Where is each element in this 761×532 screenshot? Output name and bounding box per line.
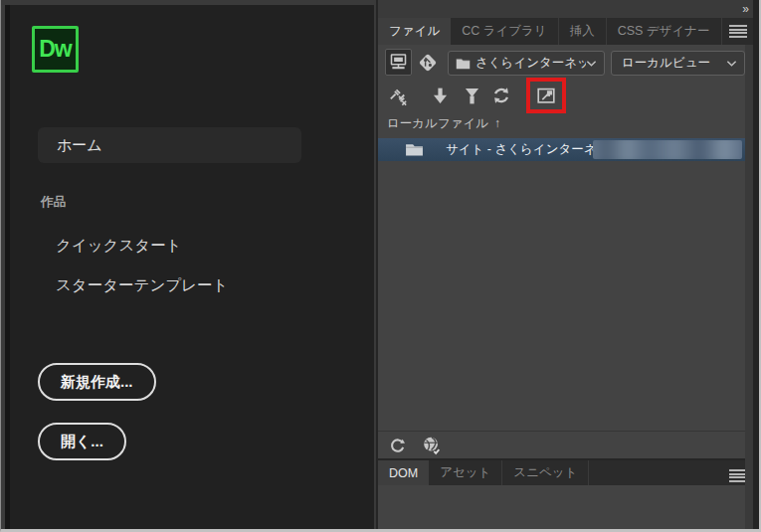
files-panel-tabbar: ファイル CC ライブラリ 挿入 CSS デザイナー	[378, 18, 759, 45]
sidebar-item-starter-templates[interactable]: スターターテンプレート	[56, 275, 228, 296]
synchronize-button[interactable]	[489, 84, 513, 107]
dreamweaver-window: Dw ホーム 作品 クイックスタート スターターテンプレート 新規作成... 開…	[0, 0, 761, 532]
git-button[interactable]	[417, 52, 439, 74]
works-section-label: 作品	[41, 194, 66, 211]
files-status-bar	[378, 431, 747, 458]
open-file-button[interactable]: 開く...	[38, 423, 126, 460]
get-files-button[interactable]	[428, 84, 452, 107]
panel-menu-icon[interactable]	[729, 25, 747, 38]
chevron-down-icon	[586, 60, 597, 68]
collapse-to-icons-icon[interactable]: »	[742, 2, 749, 16]
manage-sites-button[interactable]	[385, 49, 412, 76]
panel-dock: » ファイル CC ライブラリ 挿入 CSS デザイナー	[376, 0, 759, 529]
globe-check-icon	[421, 435, 443, 456]
files-panel: さくらインターネット ローカルビュー	[378, 45, 747, 458]
dom-panel-tabbar: DOM アセット スニペット	[378, 458, 759, 485]
new-file-button[interactable]: 新規作成...	[38, 363, 156, 401]
site-root-row[interactable]: サイト - さくらインターネット	[378, 138, 747, 161]
tab-files[interactable]: ファイル	[378, 18, 451, 45]
check-links-button[interactable]	[420, 434, 444, 457]
local-files-column-label: ローカルファイル	[387, 115, 488, 132]
tab-insert[interactable]: 挿入	[559, 18, 607, 45]
site-dropdown[interactable]: さくらインターネット	[448, 51, 605, 76]
view-dropdown-value: ローカルビュー	[622, 55, 726, 72]
view-dropdown[interactable]: ローカルビュー	[611, 51, 745, 76]
annotation-highlight-box	[526, 78, 566, 113]
sidebar-item-home[interactable]: ホーム	[38, 127, 301, 163]
panel-scroll-gutter[interactable]	[745, 45, 753, 529]
connect-icon	[387, 85, 410, 107]
tab-dom[interactable]: DOM	[378, 460, 429, 485]
chevron-down-icon	[726, 60, 737, 68]
expand-collapse-icon	[535, 85, 557, 106]
tab-css-designer[interactable]: CSS デザイナー	[607, 18, 722, 45]
home-screen: Dw ホーム 作品 クイックスタート スターターテンプレート 新規作成... 開…	[1, 5, 374, 529]
synchronize-icon	[490, 85, 512, 106]
refresh-icon	[388, 436, 407, 454]
dom-panel-body	[378, 485, 755, 529]
sort-ascending-icon: ↑	[494, 116, 500, 130]
site-manage-icon	[388, 52, 409, 73]
folder-icon	[405, 142, 424, 157]
sidebar-item-quick-start[interactable]: クイックスタート	[56, 236, 182, 257]
tab-snippets[interactable]: スニペット	[502, 460, 589, 485]
refresh-button[interactable]	[386, 435, 408, 456]
put-files-button[interactable]	[460, 84, 483, 107]
tab-assets[interactable]: アセット	[429, 460, 502, 485]
site-dropdown-value: さくらインターネット	[476, 55, 586, 72]
file-list-header[interactable]: ローカルファイル ↑	[378, 110, 747, 136]
home-label: ホーム	[57, 136, 102, 155]
git-icon	[417, 52, 439, 74]
folder-icon	[456, 57, 471, 70]
dock-header-strip: »	[378, 0, 759, 18]
get-files-icon	[430, 86, 451, 106]
dock-right-edge	[753, 0, 759, 529]
connect-server-button[interactable]	[386, 84, 410, 107]
redacted-site-path	[593, 140, 742, 159]
put-files-icon	[462, 86, 482, 106]
home-left-shadow	[5, 5, 10, 529]
expand-collapse-button[interactable]	[534, 84, 558, 107]
tab-cc-libraries[interactable]: CC ライブラリ	[451, 18, 559, 45]
dreamweaver-logo: Dw	[32, 26, 79, 73]
